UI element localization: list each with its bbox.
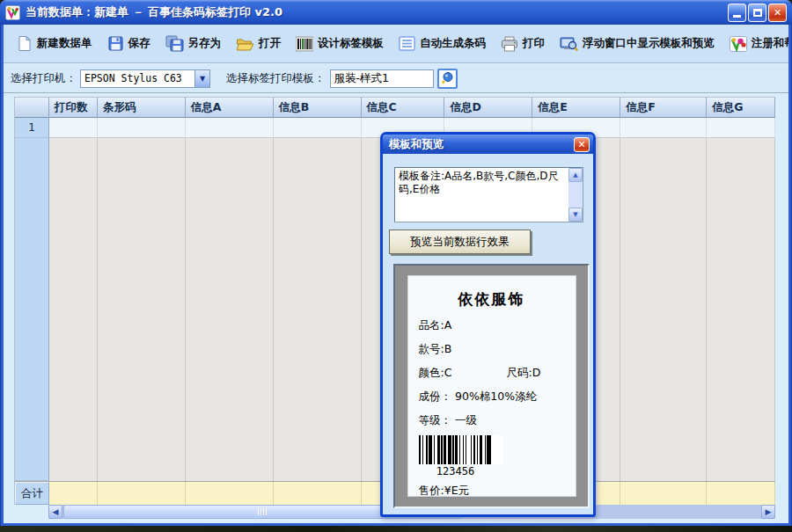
column-header[interactable]: 信息D	[444, 98, 532, 118]
toolbar-button-open[interactable]: 打开	[236, 36, 281, 52]
printer-select[interactable]: EPSON Stylus C63 ▼	[80, 69, 210, 88]
note-scrollbar[interactable]: ▲ ▼	[568, 168, 583, 222]
grid-cell[interactable]	[274, 118, 362, 138]
dialog-titlebar: 模板和预览 ✕	[383, 135, 593, 154]
column-header[interactable]: 信息A	[186, 98, 274, 118]
app-logo-icon	[5, 5, 20, 20]
column-header[interactable]: 信息G	[707, 98, 775, 118]
template-input[interactable]	[330, 69, 434, 88]
total-cell	[707, 482, 775, 505]
label-preview-card: 依依服饰 品名:A 款号:B 颜色:C 尺码:D 成份： 90%棉10%涤纶 等…	[407, 275, 576, 497]
grid-cell[interactable]	[49, 118, 98, 138]
style-no-field: 款号:B	[419, 342, 576, 357]
grade-field: 等级： 一级	[419, 413, 576, 428]
magnifier-icon	[440, 71, 454, 85]
template-preview-dialog: 模板和预览 ✕ 模板备注:A品名,B款号,C颜色,D尺码,E价格 ▲ ▼ 预览当…	[380, 132, 596, 517]
toolbar-label: 注册和帮助	[752, 36, 788, 51]
toolbar-button-save-as[interactable]: 另存为	[165, 35, 222, 52]
list-icon	[399, 36, 415, 51]
column-header[interactable]: 信息E	[532, 98, 620, 118]
scroll-up-arrow[interactable]: ▲	[568, 168, 583, 182]
titlebar: 当前数据单：新建单 － 百事佳条码标签打印 v2.0 ✕	[0, 0, 792, 25]
total-cell	[49, 482, 98, 505]
scroll-left-arrow[interactable]: ◀	[48, 505, 62, 519]
total-cell	[620, 482, 707, 505]
window-title: 当前数据单：新建单 － 百事佳条码标签打印 v2.0	[26, 4, 282, 20]
column-header[interactable]: 信息C	[362, 98, 445, 118]
save-icon	[107, 35, 124, 52]
template-label: 选择标签打印模板：	[226, 71, 326, 86]
window-margin	[4, 519, 788, 523]
template-note-text: 模板备注:A品名,B款号,C颜色,D尺码,E价格	[399, 170, 559, 195]
toolbar-label: 新建数据单	[37, 36, 92, 51]
scroll-down-arrow[interactable]: ▼	[568, 208, 583, 222]
printer-value: EPSON Stylus C63	[81, 72, 194, 84]
color-field: 颜色:C	[419, 366, 452, 381]
toolbar-label: 打开	[259, 36, 281, 51]
save-as-icon	[165, 35, 184, 52]
dialog-body: 模板备注:A品名,B款号,C颜色,D尺码,E价格 ▲ ▼ 预览当前数据行效果 依…	[383, 154, 593, 514]
row-number[interactable]: 1	[15, 118, 49, 138]
column-header-corner[interactable]	[15, 98, 49, 118]
maximize-button[interactable]	[748, 4, 766, 22]
barcode-icon	[296, 36, 313, 52]
desktop-background	[0, 526, 792, 532]
toolbar-label: 打印	[523, 36, 545, 51]
minimize-icon	[733, 15, 741, 18]
column-header[interactable]: 信息B	[274, 98, 362, 118]
total-cell	[98, 482, 186, 505]
printer-label: 选择打印机：	[11, 71, 77, 86]
register-help-icon	[730, 36, 747, 52]
material-field: 成份： 90%棉10%涤纶	[419, 390, 576, 404]
column-header[interactable]: 信息F	[620, 98, 707, 118]
barcode	[419, 435, 503, 464]
dialog-title: 模板和预览	[389, 137, 444, 152]
barcode-value: 123456	[408, 465, 503, 477]
toolbar-label: 另存为	[188, 36, 222, 51]
toolbar-button-print[interactable]: 打印	[501, 36, 545, 52]
toolbar-label: 浮动窗口中显示模板和预览	[583, 36, 715, 51]
minimize-button[interactable]	[728, 4, 746, 22]
grid-header-row: 打印数 条形码 信息A 信息B 信息C 信息D 信息E 信息F 信息G	[15, 98, 775, 118]
toolbar-button-save[interactable]: 保存	[107, 35, 150, 52]
total-cell	[186, 482, 274, 505]
toolbar-button-design-template[interactable]: 设计标签模板	[296, 36, 384, 52]
brand-name: 依依服饰	[408, 289, 576, 310]
template-search-button[interactable]	[437, 69, 458, 89]
new-document-icon	[16, 35, 33, 52]
column-header[interactable]: 打印数	[49, 98, 98, 118]
close-icon: ✕	[774, 8, 781, 18]
product-name-field: 品名:A	[419, 318, 576, 333]
grid-cell[interactable]	[620, 118, 707, 138]
row-header-column	[15, 138, 49, 481]
toolbar-label: 设计标签模板	[318, 36, 384, 51]
close-button[interactable]: ✕	[768, 4, 787, 22]
toolbar: 新建数据单 保存 另存为	[4, 25, 788, 63]
printer-icon	[501, 36, 518, 52]
total-row-label: 合计	[15, 482, 49, 505]
chevron-down-icon[interactable]: ▼	[194, 70, 209, 87]
close-icon: ✕	[577, 140, 585, 149]
toolbar-label: 保存	[128, 36, 150, 51]
toolbar-button-register-help[interactable]: 注册和帮助	[730, 36, 788, 52]
column-header[interactable]: 条形码	[98, 98, 186, 118]
total-cell	[274, 482, 362, 505]
open-folder-icon	[236, 36, 254, 52]
grid-cell[interactable]	[98, 118, 186, 138]
preview-current-row-button[interactable]: 预览当前数据行效果	[389, 230, 531, 254]
toolbar-button-auto-barcode[interactable]: 自动生成条码	[399, 36, 486, 51]
size-field: 尺码:D	[506, 366, 540, 381]
maximize-icon	[753, 9, 762, 17]
grid-cell[interactable]	[707, 118, 775, 138]
price-field: 售价:¥E元	[419, 484, 576, 499]
toolbar-button-new[interactable]: 新建数据单	[16, 35, 92, 52]
scroll-right-arrow[interactable]: ▶	[761, 505, 775, 519]
dialog-close-button[interactable]: ✕	[574, 137, 590, 152]
settings-bar: 选择打印机： EPSON Stylus C63 ▼ 选择标签打印模板：	[4, 64, 788, 93]
toolbar-label: 自动生成条码	[420, 36, 486, 51]
grid-cell[interactable]	[186, 118, 274, 138]
monitor-magnifier-icon	[560, 36, 578, 52]
toolbar-button-float-preview[interactable]: 浮动窗口中显示模板和预览	[560, 36, 715, 52]
template-note-box[interactable]: 模板备注:A品名,B款号,C颜色,D尺码,E价格 ▲ ▼	[394, 167, 583, 222]
label-preview-panel: 依依服饰 品名:A 款号:B 颜色:C 尺码:D 成份： 90%棉10%涤纶 等…	[393, 264, 590, 508]
